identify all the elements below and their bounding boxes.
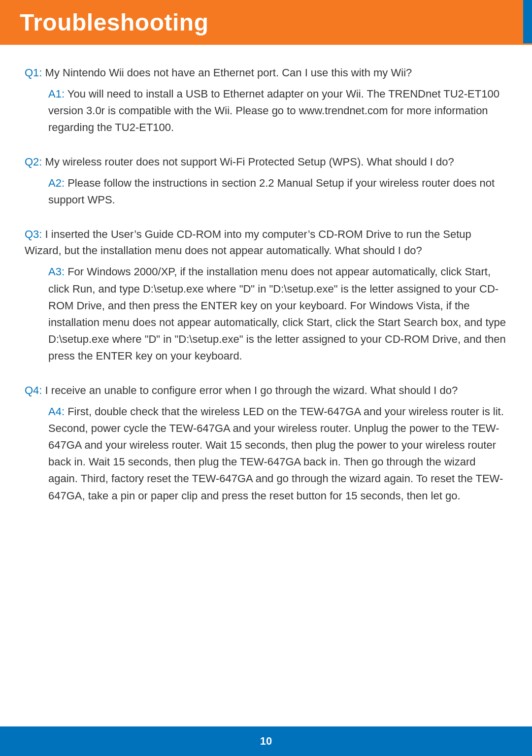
q1-text: My Nintendo Wii does not have an Etherne… [42,66,412,79]
header-bar: Troubleshooting [0,0,532,45]
q3-text: I inserted the User’s Guide CD-ROM into … [25,228,471,257]
qa-block-q1: Q1: My Nintendo Wii does not have an Eth… [25,65,507,136]
a4-label: A4: [48,405,65,418]
question-q3: Q3: I inserted the User’s Guide CD-ROM i… [25,226,507,259]
a4-text: First, double check that the wireless LE… [48,405,504,501]
answer-a3: A3: For Windows 2000/XP, if the installa… [25,263,507,364]
question-q1: Q1: My Nintendo Wii does not have an Eth… [25,65,507,81]
a3-text: For Windows 2000/XP, if the installation… [48,265,506,362]
q4-text: I receive an unable to configure error w… [42,384,458,396]
q4-label: Q4: [25,384,42,396]
page-number: 10 [248,732,284,751]
question-q4: Q4: I receive an unable to configure err… [25,382,507,398]
footer-bar: 10 [0,726,532,756]
q1-label: Q1: [25,66,42,79]
qa-block-q2: Q2: My wireless router does not support … [25,154,507,208]
page-container: Troubleshooting Q1: My Nintendo Wii does… [0,0,532,756]
content-area: Q1: My Nintendo Wii does not have an Eth… [0,45,532,726]
qa-block-q3: Q3: I inserted the User’s Guide CD-ROM i… [25,226,507,364]
qa-block-q4: Q4: I receive an unable to configure err… [25,382,507,504]
a2-label: A2: [48,177,65,189]
a2-text: Please follow the instructions in sectio… [48,177,495,206]
answer-a4: A4: First, double check that the wireles… [25,403,507,504]
question-q2: Q2: My wireless router does not support … [25,154,507,170]
a1-label: A1: [48,88,65,100]
answer-a2: A2: Please follow the instructions in se… [25,175,507,208]
a3-label: A3: [48,265,65,278]
page-title: Troubleshooting [20,9,208,36]
right-accent-bar [523,0,532,43]
q2-label: Q2: [25,156,42,168]
q3-label: Q3: [25,228,42,240]
answer-a1: A1: You will need to install a USB to Et… [25,86,507,136]
q2-text: My wireless router does not support Wi-F… [42,156,454,168]
a1-text: You will need to install a USB to Ethern… [48,88,499,133]
